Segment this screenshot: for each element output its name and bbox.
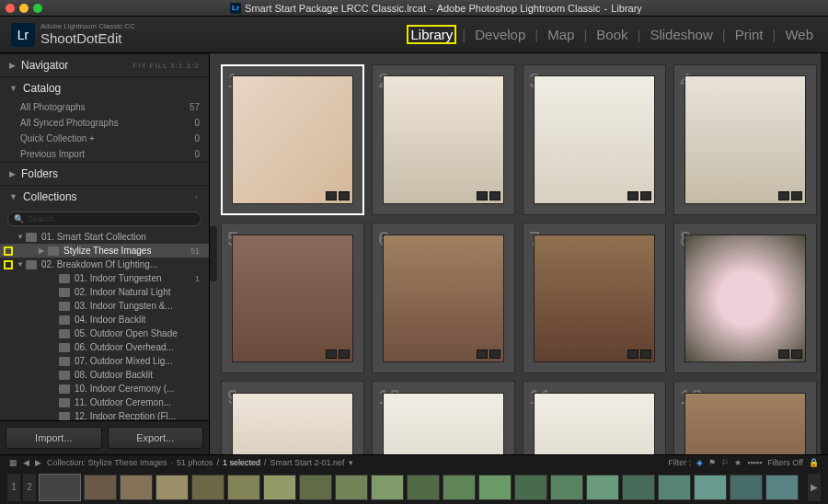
badge-icon[interactable] bbox=[627, 191, 638, 200]
badge-icon[interactable] bbox=[778, 349, 789, 359]
navigator-zoom-options[interactable]: FIT FILL 1:1 1:2 bbox=[133, 62, 200, 70]
grid-cell[interactable]: 8 bbox=[673, 223, 817, 373]
collection-item[interactable]: 05. Outdoor Open Shade bbox=[0, 326, 209, 340]
scrollbar[interactable] bbox=[821, 53, 828, 454]
badge-icon[interactable] bbox=[791, 349, 802, 359]
left-panel-handle[interactable] bbox=[210, 226, 217, 281]
badge-icon[interactable] bbox=[326, 349, 337, 359]
collection-item[interactable]: 04. Indoor Backlit bbox=[0, 313, 209, 326]
filmstrip-thumb[interactable] bbox=[694, 475, 727, 500]
collection-item[interactable]: 02. Indoor Natural Light bbox=[0, 285, 209, 299]
disclosure-icon[interactable]: ▼ bbox=[17, 260, 26, 269]
grid-icon[interactable]: ▦ bbox=[9, 458, 17, 467]
badge-icon[interactable] bbox=[477, 191, 488, 200]
badge-icon[interactable] bbox=[477, 349, 488, 359]
nav-back-icon[interactable]: ◀ bbox=[23, 458, 29, 467]
badge-icon[interactable] bbox=[640, 349, 651, 359]
filmstrip[interactable]: 1 2 ▶ bbox=[0, 470, 828, 504]
flag-filter-icon[interactable]: ◈ bbox=[696, 458, 703, 467]
thumbnail[interactable] bbox=[232, 75, 353, 203]
filmstrip-thumb[interactable] bbox=[550, 475, 583, 500]
flag-filter-icon[interactable]: ⚑ bbox=[708, 458, 716, 467]
grid-cell[interactable]: 4 bbox=[673, 64, 817, 215]
filmstrip-thumb[interactable] bbox=[730, 475, 763, 500]
collection-item[interactable]: 10. Indoor Ceremony (... bbox=[0, 382, 209, 395]
nav-fwd-icon[interactable]: ▶ bbox=[35, 458, 41, 467]
collection-item[interactable]: 06. Outdoor Overhead... bbox=[0, 340, 209, 354]
collection-item[interactable]: ▶Stylize These Images51 bbox=[0, 244, 209, 258]
collection-item[interactable]: 11. Outdoor Ceremon... bbox=[0, 395, 209, 409]
grid-cell[interactable]: 10 bbox=[372, 381, 515, 454]
badge-icon[interactable] bbox=[640, 191, 651, 200]
catalog-item[interactable]: All Photographs57 bbox=[0, 99, 209, 115]
filter-preset[interactable]: Filters Off bbox=[767, 458, 803, 467]
grid-cell[interactable]: 7 bbox=[523, 223, 666, 373]
badge-icon[interactable] bbox=[489, 349, 500, 359]
grid-cell[interactable]: 2 bbox=[372, 64, 515, 215]
grid-view[interactable]: 123456789101112 bbox=[210, 53, 828, 454]
module-slideshow[interactable]: Slideshow bbox=[646, 25, 716, 44]
grid-cell[interactable]: 9 bbox=[221, 381, 364, 454]
filmstrip-thumb[interactable] bbox=[84, 475, 117, 500]
filmstrip-thumb[interactable] bbox=[227, 475, 260, 500]
collection-item[interactable]: 07. Outdoor Mixed Lig... bbox=[0, 354, 209, 368]
collection-item[interactable]: 03. Indoor Tungsten &... bbox=[0, 299, 209, 313]
source-label[interactable]: Collection: Stylize These Images bbox=[47, 458, 167, 467]
thumbnail[interactable] bbox=[534, 235, 655, 362]
collections-panel-header[interactable]: ▼ Collections + bbox=[0, 185, 209, 208]
import-button[interactable]: Import... bbox=[6, 427, 102, 449]
grid-cell[interactable]: 3 bbox=[523, 64, 666, 215]
minimize-icon[interactable] bbox=[19, 4, 29, 13]
badge-icon[interactable] bbox=[778, 191, 789, 200]
filmstrip-thumb[interactable] bbox=[155, 475, 189, 500]
filmstrip-thumb[interactable] bbox=[120, 475, 153, 500]
disclosure-icon[interactable]: ▶ bbox=[39, 246, 48, 255]
thumbnail[interactable] bbox=[383, 393, 504, 454]
module-web[interactable]: Web bbox=[781, 25, 817, 44]
color-filter[interactable]: ▪▪▪▪▪ bbox=[747, 458, 762, 467]
filmstrip-selected[interactable] bbox=[39, 474, 81, 501]
badge-icon[interactable] bbox=[326, 191, 337, 200]
filmstrip-thumb[interactable] bbox=[299, 475, 332, 500]
badge-icon[interactable] bbox=[791, 191, 802, 200]
thumbnail[interactable] bbox=[684, 75, 806, 203]
filmstrip-thumb[interactable] bbox=[191, 475, 224, 500]
filter-lock-icon[interactable]: 🔒 bbox=[809, 458, 819, 467]
second-monitor-icon[interactable]: 1 bbox=[7, 474, 20, 501]
export-button[interactable]: Export... bbox=[108, 427, 204, 449]
collection-item[interactable]: 08. Outdoor Backlit bbox=[0, 368, 209, 382]
collection-item[interactable]: ▼02. Breakdown Of Lighting... bbox=[0, 258, 209, 271]
module-library[interactable]: Library bbox=[407, 25, 456, 44]
filmstrip-thumb[interactable] bbox=[514, 475, 547, 500]
badge-icon[interactable] bbox=[489, 191, 500, 200]
collections-search-input[interactable]: 🔍 Search bbox=[7, 212, 201, 226]
filmstrip-scroll-right[interactable]: ▶ bbox=[808, 474, 821, 501]
module-map[interactable]: Map bbox=[544, 25, 578, 44]
filmstrip-thumb[interactable] bbox=[478, 475, 512, 500]
maximize-icon[interactable] bbox=[33, 4, 42, 13]
filmstrip-thumb[interactable] bbox=[658, 475, 691, 500]
badge-icon[interactable] bbox=[627, 349, 638, 359]
catalog-panel-header[interactable]: ▼ Catalog bbox=[0, 76, 209, 99]
filmstrip-thumb[interactable] bbox=[371, 475, 404, 500]
thumbnail[interactable] bbox=[232, 393, 353, 454]
filmstrip-thumb[interactable] bbox=[586, 475, 619, 500]
thumbnail[interactable] bbox=[534, 393, 655, 454]
collection-item[interactable]: 01. Indoor Tungesten1 bbox=[0, 271, 209, 285]
identity-plate[interactable]: Lr Adobe Lightroom Classic CC ShootDotEd… bbox=[11, 23, 135, 47]
disclosure-icon[interactable]: ▼ bbox=[17, 233, 26, 241]
grid-cell[interactable]: 1 bbox=[221, 64, 364, 215]
filmstrip-thumb[interactable] bbox=[407, 475, 440, 500]
thumbnail[interactable] bbox=[383, 235, 504, 362]
collection-item[interactable]: ▼01. Smart Start Collection bbox=[0, 230, 209, 244]
navigator-panel-header[interactable]: ▶ Navigator FIT FILL 1:1 1:2 bbox=[0, 53, 209, 76]
filmstrip-thumb[interactable] bbox=[443, 475, 476, 500]
filmstrip-thumb[interactable] bbox=[263, 475, 296, 500]
catalog-item[interactable]: Quick Collection +0 bbox=[0, 131, 209, 146]
filmstrip-thumb[interactable] bbox=[765, 475, 799, 500]
module-book[interactable]: Book bbox=[592, 25, 631, 44]
module-develop[interactable]: Develop bbox=[471, 25, 529, 44]
collection-item[interactable]: 12. Indoor Recption (Fl... bbox=[0, 409, 209, 420]
filmstrip-thumb[interactable] bbox=[622, 475, 655, 500]
collections-add-icon[interactable]: + bbox=[194, 193, 200, 201]
